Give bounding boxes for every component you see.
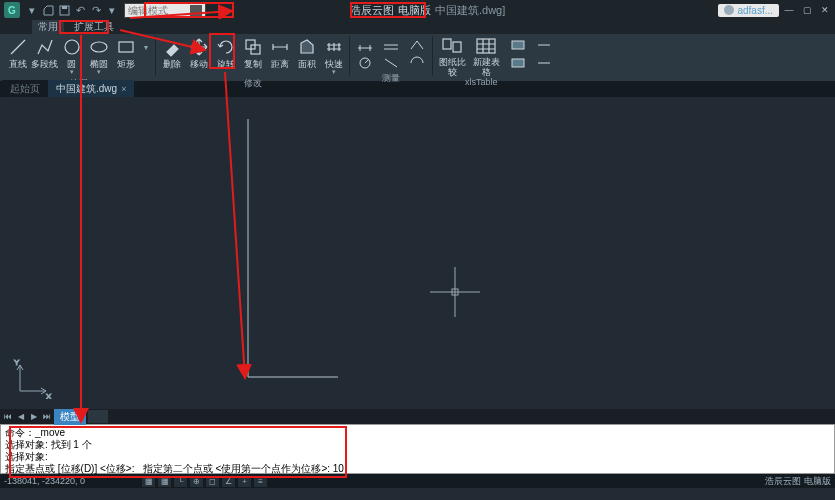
cmd-line-2: 选择对象: 找到 1 个 bbox=[5, 439, 830, 451]
svg-rect-4 bbox=[119, 42, 133, 52]
snap-toggle[interactable]: ▦ bbox=[142, 476, 155, 487]
copy-icon bbox=[242, 36, 264, 58]
start-tab[interactable]: 起始页 bbox=[2, 80, 48, 98]
tab-last[interactable]: ⏭ bbox=[41, 411, 52, 422]
dim-4[interactable] bbox=[352, 54, 378, 72]
cmd-line-1: 命令：_move bbox=[5, 427, 830, 439]
app-logo: G bbox=[4, 2, 20, 18]
search-input[interactable] bbox=[128, 5, 188, 16]
dim-5[interactable] bbox=[378, 54, 404, 72]
svg-rect-10 bbox=[477, 39, 495, 53]
compare-button[interactable]: 图纸比较 bbox=[435, 36, 469, 77]
user-name: adfasf... bbox=[737, 5, 773, 16]
qat-more-icon[interactable]: ▾ bbox=[105, 3, 119, 17]
document-name: 中国建筑.dwg] bbox=[435, 3, 505, 18]
svg-rect-1 bbox=[62, 6, 67, 9]
ortho-toggle[interactable]: └ bbox=[174, 476, 187, 487]
rotate-button[interactable]: 旋转 bbox=[212, 36, 239, 77]
table-icon bbox=[475, 36, 497, 56]
track-toggle[interactable]: ∠ bbox=[222, 476, 235, 487]
circle-icon bbox=[61, 36, 83, 58]
dim-6[interactable] bbox=[404, 54, 430, 72]
search-box[interactable] bbox=[124, 3, 206, 18]
command-window[interactable]: 命令：_move 选择对象: 找到 1 个 选择对象: 指定基点或 [位移(D)… bbox=[0, 424, 835, 474]
distance-button[interactable]: 距离 bbox=[266, 36, 293, 77]
layout-tab[interactable] bbox=[88, 410, 108, 423]
tab-prev[interactable]: ◀ bbox=[15, 411, 26, 422]
line-button[interactable]: 直线 bbox=[4, 36, 31, 77]
dim-2[interactable] bbox=[378, 36, 404, 54]
lwt-toggle[interactable]: ≡ bbox=[254, 476, 267, 487]
ext-2[interactable] bbox=[505, 54, 531, 72]
ucs-icon: YX bbox=[12, 359, 52, 401]
close-tab-icon[interactable]: × bbox=[121, 84, 126, 94]
polar-toggle[interactable]: ⊕ bbox=[190, 476, 203, 487]
move-button[interactable]: 移动 bbox=[185, 36, 212, 77]
osnap-toggle[interactable]: ◻ bbox=[206, 476, 219, 487]
svg-point-2 bbox=[65, 40, 79, 54]
tab-next[interactable]: ▶ bbox=[28, 411, 39, 422]
app-edition: 电脑版 bbox=[398, 3, 431, 18]
rect-icon bbox=[115, 36, 137, 58]
svg-rect-11 bbox=[512, 41, 524, 49]
dim-3[interactable] bbox=[404, 36, 430, 54]
ellipse-icon bbox=[88, 36, 110, 58]
area-button[interactable]: 面积 bbox=[293, 36, 320, 77]
qat-undo-icon[interactable]: ↶ bbox=[73, 3, 87, 17]
layout-tabs: ⏮ ◀ ▶ ⏭ 模型 bbox=[0, 409, 835, 424]
model-tab[interactable]: 模型 bbox=[54, 409, 86, 425]
svg-text:X: X bbox=[46, 392, 52, 399]
group-modify-label: 修改 bbox=[244, 77, 262, 90]
grid-toggle[interactable]: ▦ bbox=[158, 476, 171, 487]
search-go-button[interactable] bbox=[190, 5, 202, 16]
title-bar: G ▾ ↶ ↷ ▾ 浩辰云图 电脑版 中国建筑.dwg] adfasf... —… bbox=[0, 0, 835, 20]
user-badge[interactable]: adfasf... bbox=[718, 4, 779, 17]
newtable-button[interactable]: 新建表格 bbox=[469, 36, 503, 77]
coordinates: -138041, -234220, 0 bbox=[4, 476, 124, 486]
svg-rect-9 bbox=[453, 42, 461, 52]
dyn-toggle[interactable]: + bbox=[238, 476, 251, 487]
quick-button[interactable]: 快速▾ bbox=[320, 36, 347, 77]
active-doc-tab[interactable]: 中国建筑.dwg× bbox=[48, 80, 134, 98]
minimize-button[interactable]: — bbox=[781, 3, 797, 17]
dim-1[interactable] bbox=[352, 36, 378, 54]
rotate-icon bbox=[215, 36, 237, 58]
tab-common[interactable]: 常用 bbox=[32, 19, 64, 34]
ribbon-tabs: 常用 扩展工具 bbox=[0, 20, 835, 34]
tab-first[interactable]: ⏮ bbox=[2, 411, 13, 422]
distance-icon bbox=[269, 36, 291, 58]
qat-redo-icon[interactable]: ↷ bbox=[89, 3, 103, 17]
svg-rect-12 bbox=[512, 59, 524, 67]
ext-3[interactable] bbox=[531, 36, 557, 54]
polyline-button[interactable]: 多段线 bbox=[31, 36, 58, 77]
circle-button[interactable]: 圆▾ bbox=[58, 36, 85, 77]
tab-extend-tools[interactable]: 扩展工具 bbox=[68, 19, 120, 34]
draw-more-button[interactable]: ▾ bbox=[139, 36, 153, 77]
chevron-down-icon: ▾ bbox=[135, 36, 157, 58]
svg-point-3 bbox=[91, 42, 107, 52]
group-measure-label: 测量 bbox=[382, 72, 400, 85]
line-icon bbox=[7, 36, 29, 58]
qat-dropdown-icon[interactable]: ▾ bbox=[25, 3, 39, 17]
ext-1[interactable] bbox=[505, 36, 531, 54]
window-title: 浩辰云图 电脑版 中国建筑.dwg] bbox=[350, 3, 505, 18]
erase-button[interactable]: 删除 bbox=[158, 36, 185, 77]
move-icon bbox=[188, 36, 210, 58]
status-brand: 浩辰云图 电脑版 bbox=[765, 475, 831, 488]
polyline-icon bbox=[34, 36, 56, 58]
erase-icon bbox=[161, 36, 183, 58]
maximize-button[interactable]: ▢ bbox=[799, 3, 815, 17]
qat-open-icon[interactable] bbox=[41, 3, 55, 17]
compare-icon bbox=[441, 36, 463, 56]
area-icon bbox=[296, 36, 318, 58]
copy-button[interactable]: 复制 bbox=[239, 36, 266, 77]
qat-save-icon[interactable] bbox=[57, 3, 71, 17]
app-name: 浩辰云图 bbox=[350, 3, 394, 18]
ext-4[interactable] bbox=[531, 54, 557, 72]
svg-rect-8 bbox=[443, 39, 451, 49]
group-compare-label: xlsTable bbox=[465, 77, 498, 87]
drawing-canvas[interactable]: YX bbox=[0, 97, 835, 409]
ellipse-button[interactable]: 椭圆▾ bbox=[85, 36, 112, 77]
close-button[interactable]: ✕ bbox=[817, 3, 833, 17]
cmd-line-3: 选择对象: bbox=[5, 451, 830, 463]
